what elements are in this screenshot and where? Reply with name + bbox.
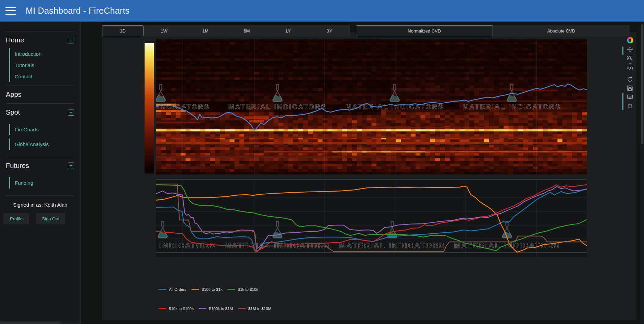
hamburger-menu-icon[interactable]: [5, 7, 16, 15]
legend-row: $10k to $100k$100k to $1M$1M to $10M: [159, 307, 271, 311]
time-range-1y[interactable]: 1Y: [268, 25, 309, 36]
sidebar-group-home: IntroductionTutorialsContact: [0, 48, 80, 86]
legend-swatch: [191, 289, 199, 290]
spike-lines-icon[interactable]: [626, 102, 634, 110]
legend-item--100k-to-1m[interactable]: $100k to $1M: [199, 307, 233, 311]
legend-item--100-to-1k[interactable]: $100 to $1k: [191, 287, 222, 291]
cvd-mode-absolute-cvd[interactable]: Absolute CVD: [493, 25, 630, 36]
collapse-icon[interactable]: [68, 37, 74, 43]
cvd-series--1k-to-10k: [156, 185, 587, 251]
price-line: [156, 39, 587, 174]
sidebar-section-label: Home: [6, 36, 24, 44]
time-range-3y[interactable]: 3Y: [309, 25, 350, 36]
sidebar-section-spot: Spot: [0, 104, 80, 120]
sign-out-button[interactable]: Sign Out: [36, 213, 65, 224]
cvd-series--10k-to-100k: [156, 185, 587, 251]
zoom-in-out-icon[interactable]: [626, 65, 634, 73]
reset-axes-icon[interactable]: [626, 75, 634, 83]
horizontal-scrollbar[interactable]: [0, 321, 80, 324]
legend-label: $1M to $10M: [248, 307, 271, 311]
sidebar-item-tutorials[interactable]: Tutorials: [9, 60, 80, 71]
plotly-logo-icon[interactable]: [627, 37, 633, 43]
plotly-modebar: [625, 37, 635, 111]
page-title: MI Dashboard - FireCharts: [26, 6, 129, 16]
vertical-scrollbar[interactable]: [640, 22, 644, 324]
cvd-mode-normalized-cvd[interactable]: Normalized CVD: [356, 25, 493, 36]
legend-item--1m-to-10m[interactable]: $1M to $10M: [238, 307, 271, 311]
cvd-series--100k-to-1m: [156, 186, 587, 252]
time-range-group: 1D1W1M6M1Y3Y: [102, 25, 350, 36]
sidebar: HomeIntroductionTutorialsContactAppsSpot…: [0, 22, 81, 324]
app-header: MI Dashboard - FireCharts: [0, 0, 644, 22]
sidebar-item-introduction[interactable]: Introduction: [9, 48, 80, 60]
legend-swatch: [159, 289, 166, 290]
sidebar-item-contact[interactable]: Contact: [9, 71, 80, 82]
sidebar-section-label: Futures: [6, 162, 29, 170]
time-range-6m[interactable]: 6M: [226, 25, 268, 36]
sidebar-group-futures: Funding: [0, 177, 80, 195]
sidebar-item-globalanalysis[interactable]: GlobalAnalysis: [9, 139, 80, 150]
price-volume-heatmap[interactable]: MATERIAL INDICATORSMATERIAL INDICATORSMA…: [156, 39, 587, 174]
profile-button[interactable]: Profile: [3, 213, 29, 224]
collapse-icon[interactable]: [68, 109, 74, 116]
legend-label: $100 to $1k: [202, 287, 222, 291]
box-zoom-icon[interactable]: [626, 54, 634, 62]
time-range-1d[interactable]: 1D: [102, 25, 144, 36]
legend-label: All Orders: [169, 287, 186, 291]
legend-label: $10k to $100k: [169, 307, 194, 311]
sidebar-section-futures: Futures: [0, 157, 80, 174]
hover-labels-icon[interactable]: [626, 93, 634, 101]
chart-legend: All Orders$100 to $1k$1k to $10k$10k to …: [159, 287, 271, 324]
sidebar-section-label: Apps: [6, 91, 22, 99]
signed-in-status: Signed in as: Keith Alan: [0, 202, 80, 208]
sidebar-item-funding[interactable]: Funding: [9, 177, 80, 189]
modebar-active-indicator: [622, 47, 623, 55]
time-range-1m[interactable]: 1M: [185, 25, 226, 36]
sidebar-section-apps: Apps: [0, 86, 80, 103]
cvd-mode-group: Normalized CVDAbsolute CVD: [356, 25, 630, 36]
legend-swatch: [159, 308, 166, 309]
legend-item--1k-to-10k[interactable]: $1k to $10k: [227, 287, 258, 291]
collapse-icon[interactable]: [68, 163, 74, 169]
sidebar-section-home: Home: [0, 31, 80, 48]
modebar-active-indicator-2: [622, 93, 623, 110]
legend-label: $1k to $10k: [238, 287, 258, 291]
save-snapshot-icon[interactable]: [626, 84, 634, 92]
sidebar-item-firecharts[interactable]: FireCharts: [9, 124, 80, 135]
volume-colorbar: [145, 43, 154, 173]
legend-row: All Orders$100 to $1k$1k to $10k: [159, 287, 271, 291]
cvd-series--100-to-1k: [156, 186, 587, 252]
time-range-1w[interactable]: 1W: [144, 25, 185, 36]
legend-swatch: [238, 308, 246, 309]
sidebar-group-spot: FireChartsGlobalAnalysis: [0, 124, 80, 157]
legend-item--10k-to-100k[interactable]: $10k to $100k: [159, 307, 194, 311]
pan-icon[interactable]: [626, 45, 634, 53]
legend-swatch: [199, 308, 206, 309]
sidebar-nav: HomeIntroductionTutorialsContactAppsSpot…: [0, 31, 80, 195]
legend-swatch: [227, 289, 235, 290]
normalized-cvd-chart[interactable]: MATERIAL INDICATORSMATERIAL INDICATORSMA…: [156, 179, 587, 257]
legend-label: $100k to $1M: [209, 307, 233, 311]
sidebar-section-label: Spot: [6, 108, 20, 116]
app-root: MI Dashboard - FireCharts HomeIntroducti…: [0, 0, 644, 324]
legend-item-all-orders[interactable]: All Orders: [159, 287, 186, 291]
cvd-lines: [156, 180, 587, 257]
